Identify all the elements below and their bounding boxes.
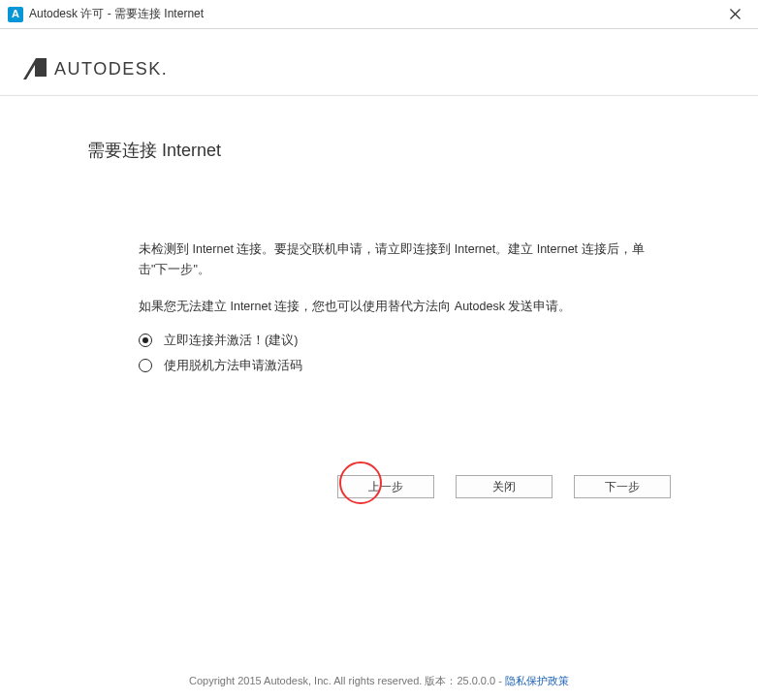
privacy-policy-link[interactable]: 隐私保护政策 xyxy=(505,675,569,686)
radio-connect-now[interactable]: 立即连接并激活！(建议) xyxy=(139,333,671,349)
activation-method-radio-group: 立即连接并激活！(建议) 使用脱机方法申请激活码 xyxy=(87,333,671,374)
footer: Copyright 2015 Autodesk, Inc. All rights… xyxy=(0,674,758,688)
radio-offline[interactable]: 使用脱机方法申请激活码 xyxy=(139,358,671,374)
app-icon: A xyxy=(8,7,23,22)
radio-indicator-unchecked-icon xyxy=(139,359,152,372)
radio-label-connect-now: 立即连接并激活！(建议) xyxy=(164,333,298,349)
close-icon xyxy=(730,9,741,19)
close-window-button[interactable] xyxy=(717,1,752,28)
radio-label-offline: 使用脱机方法申请激活码 xyxy=(164,358,302,374)
back-button[interactable]: 上一步 xyxy=(337,475,434,498)
autodesk-logo: AUTODESK. xyxy=(23,58,168,80)
titlebar: A Autodesk 许可 - 需要连接 Internet xyxy=(0,0,758,29)
description-text: 未检测到 Internet 连接。要提交联机申请，请立即连接到 Internet… xyxy=(87,239,671,317)
window-title: Autodesk 许可 - 需要连接 Internet xyxy=(29,6,717,22)
page-heading: 需要连接 Internet xyxy=(87,139,671,162)
radio-indicator-checked-icon xyxy=(139,334,152,347)
footer-copyright: Copyright 2015 Autodesk, Inc. All rights… xyxy=(189,675,505,686)
header-section: AUTODESK. xyxy=(0,29,758,96)
autodesk-logo-text: AUTODESK. xyxy=(54,59,168,80)
autodesk-logo-icon xyxy=(23,58,47,80)
close-button[interactable]: 关闭 xyxy=(456,475,553,498)
content-area: 需要连接 Internet 未检测到 Internet 连接。要提交联机申请，请… xyxy=(0,96,758,402)
next-button[interactable]: 下一步 xyxy=(574,475,671,498)
description-para-1: 未检测到 Internet 连接。要提交联机申请，请立即连接到 Internet… xyxy=(139,239,671,281)
description-para-2: 如果您无法建立 Internet 连接，您也可以使用替代方法向 Autodesk… xyxy=(139,297,671,317)
button-row: 上一步 关闭 下一步 xyxy=(0,475,758,498)
